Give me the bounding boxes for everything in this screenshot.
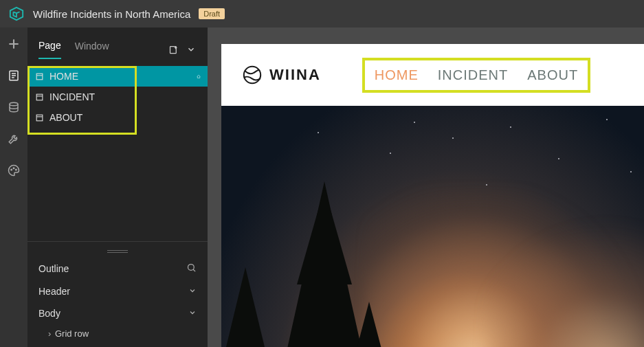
outline-panel: Outline Header Body Grid row — [27, 241, 208, 347]
outline-title-row[interactable]: Outline — [27, 257, 208, 280]
outline-grid-row[interactable]: Grid row — [27, 324, 208, 343]
drag-handle[interactable] — [27, 246, 208, 257]
search-icon[interactable] — [186, 262, 197, 275]
page-item-incident[interactable]: INCIDENT — [27, 87, 208, 107]
canvas: WIINA HOME INCIDENT ABOUT — [208, 27, 644, 347]
chevron-down-icon[interactable] — [186, 44, 197, 55]
home-icon — [197, 71, 208, 82]
page-label: HOME — [49, 71, 78, 82]
svg-rect-18 — [36, 115, 43, 121]
chevron-down-icon — [188, 287, 197, 297]
svg-point-9 — [13, 168, 14, 169]
nav-highlight-box: HOME INCIDENT ABOUT — [362, 58, 590, 93]
brand-text: WIINA — [269, 66, 321, 84]
page-icon — [34, 113, 44, 122]
outline-grid-label: Grid row — [55, 328, 89, 339]
brand: WIINA — [242, 65, 321, 85]
outline-body-label: Body — [38, 308, 60, 319]
svg-point-22 — [244, 67, 260, 83]
chevron-down-icon — [188, 309, 197, 319]
tools-icon[interactable] — [5, 131, 22, 147]
outline-header-label: Header — [38, 286, 70, 297]
data-icon[interactable] — [5, 99, 22, 115]
brand-globe-icon — [242, 65, 263, 85]
topbar: Wildfire Incidents in North America Draf… — [0, 0, 644, 27]
add-page-icon[interactable] — [168, 44, 179, 55]
page-item-home-row[interactable]: HOME — [27, 66, 208, 87]
svg-line-21 — [193, 269, 195, 271]
side-panel: Page Window HOME — [27, 27, 208, 347]
page-item-about[interactable]: ABOUT — [27, 107, 208, 128]
svg-point-20 — [188, 265, 195, 271]
tab-page[interactable]: Page — [38, 40, 61, 59]
add-icon[interactable] — [5, 36, 22, 52]
page-label: ABOUT — [49, 112, 82, 123]
outline-label: Outline — [38, 263, 69, 274]
preview-header: WIINA HOME INCIDENT ABOUT — [221, 44, 644, 106]
draft-badge: Draft — [199, 8, 225, 19]
page-icon — [34, 92, 44, 102]
side-tabs: Page Window — [27, 33, 208, 59]
svg-point-8 — [11, 169, 12, 170]
outline-body-row[interactable]: Body — [27, 302, 208, 324]
icon-rail — [0, 27, 27, 347]
app-title: Wildfire Incidents in North America — [33, 8, 190, 20]
pages-icon[interactable] — [5, 67, 22, 84]
hero-image — [221, 106, 644, 347]
nav-about[interactable]: ABOUT — [527, 67, 578, 83]
app-logo-icon — [8, 5, 25, 22]
theme-icon[interactable] — [5, 162, 22, 179]
nav-home[interactable]: HOME — [375, 67, 419, 83]
page-icon — [34, 71, 44, 81]
svg-point-10 — [16, 169, 17, 170]
svg-rect-14 — [36, 74, 43, 80]
tab-window[interactable]: Window — [75, 41, 109, 58]
svg-point-7 — [10, 102, 18, 106]
svg-rect-16 — [36, 94, 43, 100]
page-label: INCIDENT — [49, 91, 95, 102]
outline-header-row[interactable]: Header — [27, 280, 208, 302]
nav-incident[interactable]: INCIDENT — [438, 67, 508, 83]
